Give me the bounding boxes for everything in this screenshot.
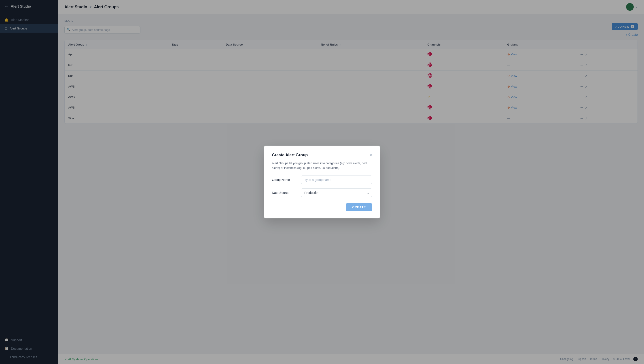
group-name-field: Group Name — [272, 176, 372, 184]
modal-close-button[interactable]: × — [369, 153, 372, 157]
modal-title: Create Alert Group — [272, 153, 308, 158]
data-source-field: Data Source Production Staging Developme… — [272, 188, 372, 197]
modal-header: Create Alert Group × — [272, 153, 372, 158]
group-name-input[interactable] — [301, 176, 372, 184]
modal-footer: CREATE — [272, 203, 372, 211]
data-source-label: Data Source — [272, 191, 297, 194]
modal-overlay[interactable]: Create Alert Group × Alert Groups let yo… — [0, 0, 644, 364]
data-source-select-wrap: Production Staging Development ⌄ — [301, 188, 372, 197]
create-alert-group-modal: Create Alert Group × Alert Groups let yo… — [264, 146, 380, 218]
create-button[interactable]: CREATE — [346, 203, 372, 211]
modal-description: Alert Groups let you group alert rules i… — [272, 161, 372, 170]
data-source-select[interactable]: Production Staging Development — [301, 188, 372, 197]
group-name-label: Group Name — [272, 178, 297, 182]
